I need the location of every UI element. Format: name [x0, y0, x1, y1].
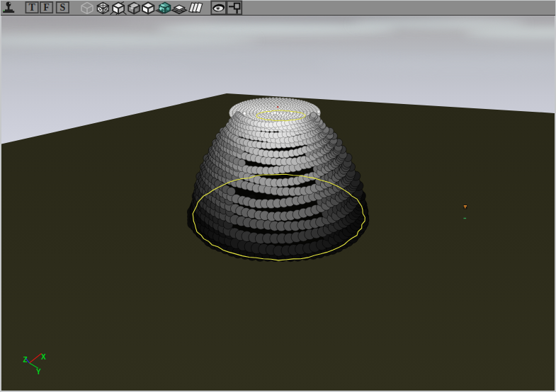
svg-text:Z: Z: [23, 356, 28, 364]
svg-text:T: T: [28, 2, 35, 13]
svg-text:Y: Y: [36, 368, 41, 376]
svg-text:S: S: [60, 2, 66, 13]
svg-text:F: F: [43, 2, 50, 13]
svg-text:X: X: [41, 353, 46, 361]
